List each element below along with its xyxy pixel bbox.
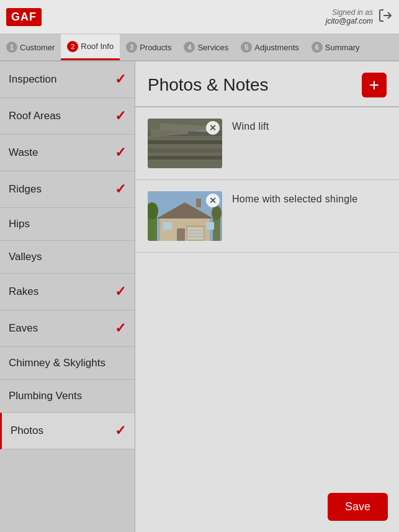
- sidebar-label-eaves: Eaves: [9, 322, 38, 335]
- sidebar-label-hips: Hips: [9, 218, 30, 230]
- page-title: Photos & Notes: [148, 75, 269, 95]
- sidebar: Inspection ✓ Roof Areas ✓ Waste ✓ Ridges…: [0, 61, 135, 532]
- svg-rect-5: [148, 156, 222, 160]
- sidebar-label-rakes: Rakes: [9, 286, 38, 298]
- sidebar-label-inspection: Inspection: [9, 73, 57, 86]
- sidebar-item-rakes[interactable]: Rakes ✓: [0, 274, 135, 310]
- tab-label-products: Products: [140, 43, 171, 52]
- sidebar-label-photos: Photos: [11, 425, 43, 437]
- checkmark-ridges: ✓: [115, 181, 126, 197]
- sidebar-item-chimney-skylights[interactable]: Chimney & Skylights: [0, 347, 135, 380]
- content-area: Photos & Notes + ✕ Wind lift: [135, 61, 399, 532]
- sidebar-item-inspection[interactable]: Inspection ✓: [0, 61, 135, 98]
- checkmark-eaves: ✓: [115, 320, 126, 336]
- sidebar-item-waste[interactable]: Waste ✓: [0, 135, 135, 171]
- photo-thumb-1: ✕: [148, 119, 222, 168]
- save-button[interactable]: Save: [328, 493, 388, 521]
- tab-label-roof-info: Roof Info: [81, 42, 114, 51]
- nav-tabs: 1 Customer 2 Roof Info 3 Products 4 Serv…: [0, 34, 399, 61]
- photo-entry-1: ✕ Wind lift: [135, 107, 399, 180]
- signed-in-info: Signed in as jcito@gaf.com: [326, 8, 373, 25]
- logout-icon[interactable]: [378, 8, 393, 26]
- sidebar-label-waste: Waste: [9, 147, 38, 159]
- signed-in-email: jcito@gaf.com: [326, 17, 373, 25]
- tab-customer[interactable]: 1 Customer: [0, 34, 61, 60]
- sidebar-label-valleys: Valleys: [9, 251, 42, 263]
- sidebar-item-plumbing-vents[interactable]: Plumbing Vents: [0, 380, 135, 413]
- save-button-container: Save: [328, 493, 388, 521]
- sidebar-label-chimney-skylights: Chimney & Skylights: [9, 357, 105, 369]
- checkmark-waste: ✓: [115, 145, 126, 161]
- tab-summary[interactable]: 6 Summary: [305, 34, 366, 60]
- tab-num-services: 4: [184, 42, 195, 53]
- checkmark-rakes: ✓: [115, 284, 126, 300]
- sidebar-item-ridges[interactable]: Ridges ✓: [0, 171, 135, 208]
- header-right: Signed in as jcito@gaf.com: [326, 8, 393, 26]
- main-layout: Inspection ✓ Roof Areas ✓ Waste ✓ Ridges…: [0, 61, 399, 532]
- sidebar-label-plumbing-vents: Plumbing Vents: [9, 390, 82, 402]
- sidebar-label-ridges: Ridges: [9, 183, 42, 196]
- tab-num-customer: 1: [6, 42, 17, 53]
- gaf-logo: GAF: [6, 8, 42, 26]
- tab-label-customer: Customer: [20, 43, 55, 52]
- tab-products[interactable]: 3 Products: [120, 34, 177, 60]
- signed-in-label: Signed in as: [326, 8, 373, 17]
- tab-num-roof-info: 2: [67, 41, 78, 52]
- svg-rect-21: [177, 228, 185, 241]
- checkmark-roof-areas: ✓: [115, 108, 126, 124]
- svg-point-13: [212, 205, 222, 220]
- tab-label-adjustments: Adjustments: [254, 43, 299, 52]
- tab-label-summary: Summary: [325, 43, 360, 52]
- photo-thumb-2: ✕: [148, 191, 222, 241]
- photo-note-1: Wind lift: [232, 119, 269, 132]
- checkmark-inspection: ✓: [115, 71, 126, 88]
- svg-rect-4: [148, 148, 222, 153]
- photo-close-1[interactable]: ✕: [206, 121, 220, 135]
- photo-entry-2: ✕ Home with selected shingle: [135, 180, 399, 253]
- tab-roof-info[interactable]: 2 Roof Info: [61, 34, 120, 60]
- svg-rect-3: [148, 140, 222, 144]
- app-header: GAF Signed in as jcito@gaf.com: [0, 0, 399, 34]
- svg-rect-22: [163, 222, 172, 230]
- checkmark-photos: ✓: [115, 423, 126, 439]
- sidebar-item-photos[interactable]: Photos ✓: [0, 413, 135, 449]
- tab-num-summary: 6: [312, 42, 323, 53]
- sidebar-item-roof-areas[interactable]: Roof Areas ✓: [0, 98, 135, 135]
- photo-close-2[interactable]: ✕: [206, 194, 220, 207]
- tab-adjustments[interactable]: 5 Adjustments: [235, 34, 305, 60]
- svg-rect-23: [207, 222, 214, 230]
- add-photo-button[interactable]: +: [362, 73, 387, 97]
- svg-rect-24: [196, 199, 201, 207]
- tab-services[interactable]: 4 Services: [177, 34, 235, 60]
- sidebar-item-hips[interactable]: Hips: [0, 208, 135, 241]
- photo-note-2: Home with selected shingle: [232, 191, 358, 205]
- tab-label-services: Services: [197, 43, 228, 52]
- sidebar-item-eaves[interactable]: Eaves ✓: [0, 310, 135, 347]
- sidebar-item-valleys[interactable]: Valleys: [0, 241, 135, 274]
- tab-num-products: 3: [126, 42, 137, 53]
- content-header: Photos & Notes +: [135, 61, 399, 107]
- sidebar-label-roof-areas: Roof Areas: [9, 110, 61, 122]
- tab-num-adjustments: 5: [241, 42, 252, 53]
